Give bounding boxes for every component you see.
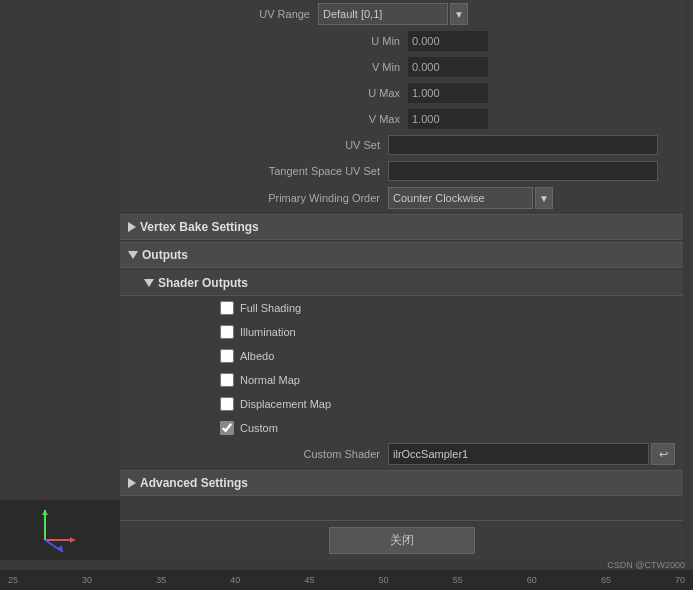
albedo-checkbox[interactable] [220,349,234,363]
shader-outputs-section-header[interactable]: Shader Outputs [120,270,683,296]
u-max-row: U Max [120,80,683,106]
svg-marker-1 [70,537,75,543]
ruler-marks: 25 30 35 40 45 50 55 60 65 70 [0,575,693,585]
shader-outputs-collapse-icon [144,279,154,287]
v-min-label: V Min [128,61,408,73]
tangent-uv-row: Tangent Space UV Set [120,158,683,184]
winding-order-label: Primary Winding Order [128,192,388,204]
outputs-section-label: Outputs [142,248,188,262]
normal-map-row: Normal Map [120,368,683,392]
advanced-settings-section-label: Advanced Settings [140,476,248,490]
v-max-label: V Max [128,113,408,125]
uv-range-dropdown-wrapper: Default [0,1] ▼ [318,3,468,25]
shader-browse-button[interactable]: ↩ [651,443,675,465]
ruler-mark-35: 35 [156,575,166,585]
custom-label: Custom [240,422,278,434]
v-min-row: V Min [120,54,683,80]
uv-range-select[interactable]: Default [0,1] [318,3,448,25]
normal-map-label: Normal Map [240,374,300,386]
uv-set-label: UV Set [128,139,388,151]
displacement-map-checkbox[interactable] [220,397,234,411]
u-max-label: U Max [128,87,408,99]
panel-footer: 关闭 [120,520,683,560]
full-shading-label: Full Shading [240,302,301,314]
illumination-label: Illumination [240,326,296,338]
settings-panel: UV Range Default [0,1] ▼ U Min V Min [120,0,683,560]
albedo-row: Albedo [120,344,683,368]
ruler-mark-55: 55 [453,575,463,585]
full-shading-row: Full Shading [120,296,683,320]
vertex-bake-section-header[interactable]: Vertex Bake Settings [120,214,683,240]
custom-row: Custom [120,416,683,440]
bottom-ruler: 25 30 35 40 45 50 55 60 65 70 [0,570,693,590]
main-container: UV Range Default [0,1] ▼ U Min V Min [0,0,693,590]
uv-set-row: UV Set [120,132,683,158]
ruler-mark-25: 25 [8,575,18,585]
svg-line-4 [45,540,63,552]
displacement-map-row: Displacement Map [120,392,683,416]
tangent-uv-label: Tangent Space UV Set [128,165,388,177]
winding-order-arrow[interactable]: ▼ [535,187,553,209]
tangent-uv-input[interactable] [388,161,658,181]
winding-order-row: Primary Winding Order Counter Clockwise … [120,184,683,212]
displacement-map-label: Displacement Map [240,398,331,410]
ruler-mark-50: 50 [379,575,389,585]
uv-range-arrow[interactable]: ▼ [450,3,468,25]
panel-content[interactable]: UV Range Default [0,1] ▼ U Min V Min [120,0,683,520]
winding-order-select[interactable]: Counter Clockwise [388,187,533,209]
v-max-row: V Max [120,106,683,132]
uv-range-label: UV Range [128,8,318,20]
ruler-mark-60: 60 [527,575,537,585]
uv-set-input[interactable] [388,135,658,155]
outputs-section-header[interactable]: Outputs [120,242,683,268]
custom-shader-input[interactable] [388,443,649,465]
winding-order-dropdown-wrapper: Counter Clockwise ▼ [388,187,553,209]
vertex-bake-section-label: Vertex Bake Settings [140,220,259,234]
svg-marker-3 [42,510,48,515]
u-min-row: U Min [120,28,683,54]
full-shading-checkbox[interactable] [220,301,234,315]
ruler-mark-65: 65 [601,575,611,585]
normal-map-checkbox[interactable] [220,373,234,387]
ruler-mark-30: 30 [82,575,92,585]
advanced-settings-collapse-icon [128,478,136,488]
vertex-bake-collapse-icon [128,222,136,232]
shader-outputs-section-label: Shader Outputs [158,276,248,290]
custom-checkbox[interactable] [220,421,234,435]
u-min-input[interactable] [408,31,488,51]
watermark: CSDN @CTW2000 [607,560,685,570]
axis-indicator [0,500,120,560]
ruler-mark-40: 40 [230,575,240,585]
custom-shader-row: Custom Shader ↩ [120,440,683,468]
ruler-mark-70: 70 [675,575,685,585]
close-button[interactable]: 关闭 [329,527,475,554]
uv-range-row: UV Range Default [0,1] ▼ [120,0,683,28]
v-min-input[interactable] [408,57,488,77]
u-max-input[interactable] [408,83,488,103]
v-max-input[interactable] [408,109,488,129]
custom-shader-label: Custom Shader [128,448,388,460]
illumination-checkbox[interactable] [220,325,234,339]
ruler-mark-45: 45 [304,575,314,585]
advanced-settings-section-header[interactable]: Advanced Settings [120,470,683,496]
albedo-label: Albedo [240,350,274,362]
u-min-label: U Min [128,35,408,47]
illumination-row: Illumination [120,320,683,344]
outputs-collapse-icon [128,251,138,259]
